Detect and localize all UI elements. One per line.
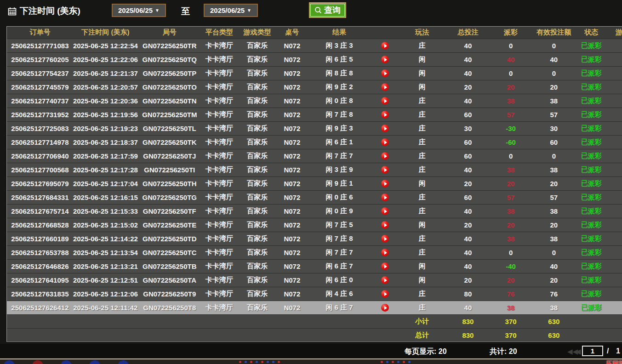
- replay-play-icon[interactable]: [381, 221, 389, 229]
- cell-totalbet: 40: [446, 52, 490, 66]
- table-row[interactable]: 2506251276318352025-06-25 12:12:06GN0722…: [7, 287, 622, 301]
- chevron-down-icon: ▼: [247, 5, 251, 16]
- cell-gametype: 百家乐: [237, 94, 278, 108]
- cell-time: 2025-06-25 12:22:54: [73, 39, 138, 52]
- table-row[interactable]: 2506251277455792025-06-25 12:20:57GN0722…: [7, 80, 622, 94]
- cell-status: 已派彩: [576, 108, 606, 121]
- replay-play-icon[interactable]: [381, 125, 389, 132]
- cell-game: [606, 190, 622, 204]
- cell-status: 已派彩: [576, 232, 606, 245]
- table-row[interactable]: 2506251277005682025-06-25 12:17:28GN0722…: [7, 163, 622, 176]
- replay-play-icon[interactable]: [381, 180, 389, 188]
- replay-play-icon[interactable]: [381, 83, 389, 91]
- table-row[interactable]: 2506251277710832025-06-25 12:22:54GN0722…: [7, 39, 622, 52]
- cell-gametype: 百家乐: [237, 135, 278, 149]
- date-to-select[interactable]: 2025/06/25 ▼: [204, 4, 258, 17]
- cell-payout: 0: [490, 245, 532, 259]
- cell-round: GN072256250TI: [138, 163, 201, 176]
- replay-play-icon[interactable]: [381, 249, 389, 256]
- cell-order: 250625127745579: [7, 80, 73, 94]
- cell-payout: 38: [490, 163, 532, 176]
- cell-round: GN072256250TO: [138, 80, 201, 94]
- replay-play-icon[interactable]: [381, 304, 389, 312]
- cell-order: 250625127771083: [7, 39, 73, 52]
- table-row[interactable]: 2506251276264122025-06-25 12:11:42GN0722…: [7, 301, 622, 314]
- replay-play-icon[interactable]: [381, 276, 389, 284]
- cell-game: [606, 287, 622, 301]
- table-row[interactable]: 2506251277319522025-06-25 12:19:56GN0722…: [7, 108, 622, 121]
- cell-replay: [372, 204, 399, 218]
- cell-result: 闲 4 庄 6: [307, 287, 372, 301]
- cell-status: 已派彩: [576, 121, 606, 135]
- cell-totalbet: 20: [446, 80, 490, 94]
- replay-play-icon[interactable]: [381, 152, 389, 160]
- cell-platform: 卡卡湾厅: [201, 190, 237, 204]
- cell-result: 闲 9 庄 1: [307, 176, 372, 190]
- table-row[interactable]: 2506251276843312025-06-25 12:16:15GN0722…: [7, 190, 622, 204]
- cell-table: N072: [277, 52, 307, 66]
- cell-round: GN072256250TQ: [138, 52, 201, 66]
- col-platform: 平台类型: [201, 27, 237, 39]
- cell-payout: 20: [490, 80, 532, 94]
- replay-play-icon[interactable]: [381, 42, 389, 50]
- table-row[interactable]: 2506251276468262025-06-25 12:13:21GN0722…: [7, 259, 622, 273]
- table-row[interactable]: 2506251277602052025-06-25 12:22:06GN0722…: [7, 52, 622, 66]
- cell-status: 已派彩: [576, 301, 606, 314]
- cell-table: N072: [277, 287, 307, 301]
- table-row[interactable]: 2506251276410952025-06-25 12:12:51GN0722…: [7, 273, 622, 287]
- grand-total-label: 总计: [399, 328, 446, 342]
- replay-play-icon[interactable]: [381, 138, 389, 146]
- cell-time: 2025-06-25 12:17:04: [73, 176, 138, 190]
- cell-table: N072: [277, 163, 307, 176]
- search-button[interactable]: 查询: [309, 2, 346, 18]
- cell-replay: [372, 287, 399, 301]
- table-row[interactable]: 2506251276685282025-06-25 12:15:02GN0722…: [7, 218, 622, 232]
- table-row[interactable]: 2506251276601892025-06-25 12:14:22GN0722…: [7, 232, 622, 245]
- table-row[interactable]: 2506251277542372025-06-25 12:21:37GN0722…: [7, 66, 622, 80]
- cell-bet: 闲: [399, 80, 446, 94]
- table-row[interactable]: 2506251276537882025-06-25 12:13:54GN0722…: [7, 245, 622, 259]
- cell-table: N072: [277, 204, 307, 218]
- cell-status: 已派彩: [576, 39, 606, 52]
- replay-play-icon[interactable]: [381, 193, 389, 201]
- replay-play-icon[interactable]: [381, 97, 389, 105]
- replay-play-icon[interactable]: [381, 235, 389, 243]
- replay-play-icon[interactable]: [381, 262, 389, 270]
- page-number-input[interactable]: [582, 346, 603, 356]
- replay-play-icon[interactable]: [381, 290, 389, 298]
- table-row[interactable]: 2506251277250832025-06-25 12:19:23GN0722…: [7, 121, 622, 135]
- table-row[interactable]: 2506251276950792025-06-25 12:17:04GN0722…: [7, 176, 622, 190]
- cell-replay: [372, 135, 399, 149]
- roadmap-dot: [239, 361, 241, 363]
- cell-round: GN072256250TE: [138, 218, 201, 232]
- cell-bet: 庄: [399, 94, 446, 108]
- cell-status: 已派彩: [576, 218, 606, 232]
- cell-gametype: 百家乐: [237, 190, 278, 204]
- date-to-value: 2025/06/25: [210, 5, 245, 16]
- cell-time: 2025-06-25 12:11:42: [73, 301, 138, 314]
- col-replay: [372, 27, 399, 39]
- cell-round: GN072256250TK: [138, 135, 201, 149]
- replay-play-icon[interactable]: [381, 56, 389, 63]
- replay-play-icon[interactable]: [381, 166, 389, 174]
- cell-gametype: 百家乐: [237, 108, 278, 121]
- cell-game: [606, 232, 622, 245]
- cell-result: 闲 7 庄 8: [307, 108, 372, 121]
- date-from-select[interactable]: 2025/06/25 ▼: [112, 4, 166, 17]
- cell-order: 250625127760205: [7, 52, 73, 66]
- subtotal-validbet: 630: [531, 314, 576, 328]
- col-time: 下注时间 (美东): [73, 27, 138, 39]
- cell-order: 250625127706940: [7, 149, 73, 163]
- cell-validbet: 38: [531, 94, 576, 108]
- replay-play-icon[interactable]: [381, 69, 389, 77]
- prev-page-icon[interactable]: ◀: [576, 347, 581, 356]
- table-row[interactable]: 2506251277407372025-06-25 12:20:36GN0722…: [7, 94, 622, 108]
- table-row[interactable]: 2506251277149782025-06-25 12:18:37GN0722…: [7, 135, 622, 149]
- replay-play-icon[interactable]: [381, 111, 389, 119]
- table-row[interactable]: 2506251276757142025-06-25 12:15:33GN0722…: [7, 204, 622, 218]
- replay-play-icon[interactable]: [381, 207, 389, 215]
- table-row[interactable]: 2506251277069402025-06-25 12:17:59GN0722…: [7, 149, 622, 163]
- page-separator: /: [607, 347, 609, 355]
- cell-payout: -30: [490, 121, 532, 135]
- cell-validbet: 40: [531, 52, 576, 66]
